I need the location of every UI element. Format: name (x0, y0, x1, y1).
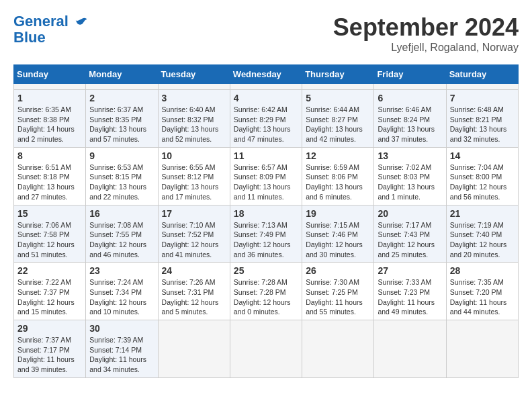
day-info: Sunrise: 6:37 AMSunset: 8:35 PMDaylight:… (89, 105, 154, 144)
calendar-dow-monday: Monday (86, 65, 158, 84)
day-number: 3 (162, 93, 226, 103)
day-info: Sunrise: 7:33 AMSunset: 7:23 PMDaylight:… (378, 277, 442, 317)
day-number: 22 (17, 265, 82, 276)
calendar-cell (158, 320, 230, 378)
calendar-cell: 20Sunrise: 7:17 AMSunset: 7:43 PMDayligh… (374, 205, 446, 263)
day-info: Sunrise: 7:24 AMSunset: 7:34 PMDaylight:… (89, 277, 154, 317)
calendar-cell: 8Sunrise: 6:51 AMSunset: 8:18 PMDaylight… (14, 147, 86, 205)
calendar-cell: 12Sunrise: 6:59 AMSunset: 8:06 PMDayligh… (302, 147, 374, 205)
calendar-cell (230, 320, 302, 378)
calendar-cell (302, 84, 374, 90)
day-number: 24 (162, 265, 226, 276)
calendar-cell: 13Sunrise: 7:02 AMSunset: 8:03 PMDayligh… (374, 147, 446, 205)
day-number: 30 (89, 323, 154, 334)
day-number: 16 (89, 208, 154, 219)
day-number: 17 (162, 208, 226, 219)
calendar-cell: 3Sunrise: 6:40 AMSunset: 8:32 PMDaylight… (158, 90, 230, 148)
day-number: 18 (234, 208, 298, 219)
day-number: 28 (450, 265, 515, 276)
day-number: 7 (450, 93, 515, 103)
day-number: 23 (89, 265, 154, 276)
day-info: Sunrise: 7:08 AMSunset: 7:55 PMDaylight:… (89, 220, 154, 260)
calendar-cell: 4Sunrise: 6:42 AMSunset: 8:29 PMDaylight… (230, 90, 302, 148)
day-number: 20 (378, 208, 442, 219)
logo-text: General (13, 13, 89, 30)
calendar-cell: 16Sunrise: 7:08 AMSunset: 7:55 PMDayligh… (86, 205, 158, 263)
day-info: Sunrise: 6:35 AMSunset: 8:38 PMDaylight:… (17, 105, 82, 144)
day-info: Sunrise: 7:13 AMSunset: 7:49 PMDaylight:… (234, 220, 298, 260)
day-info: Sunrise: 7:30 AMSunset: 7:25 PMDaylight:… (306, 277, 370, 317)
calendar-cell (14, 84, 86, 90)
calendar-cell: 11Sunrise: 6:57 AMSunset: 8:09 PMDayligh… (230, 147, 302, 205)
day-number: 12 (306, 150, 370, 161)
calendar-cell: 9Sunrise: 6:53 AMSunset: 8:15 PMDaylight… (86, 147, 158, 205)
month-title: September 2024 (333, 13, 519, 42)
calendar-cell (86, 84, 158, 90)
calendar-cell: 14Sunrise: 7:04 AMSunset: 8:00 PMDayligh… (446, 147, 518, 205)
day-info: Sunrise: 7:22 AMSunset: 7:37 PMDaylight:… (17, 277, 82, 317)
calendar-cell (158, 84, 230, 90)
calendar-cell: 26Sunrise: 7:30 AMSunset: 7:25 PMDayligh… (302, 263, 374, 320)
day-number: 21 (450, 208, 515, 219)
page-header: General Blue September 2024 Lyefjell, Ro… (13, 13, 519, 54)
day-number: 15 (17, 208, 82, 219)
day-info: Sunrise: 7:15 AMSunset: 7:46 PMDaylight:… (306, 220, 370, 260)
calendar-cell: 30Sunrise: 7:39 AMSunset: 7:14 PMDayligh… (86, 320, 158, 378)
day-number: 26 (306, 265, 370, 276)
calendar-dow-tuesday: Tuesday (158, 65, 230, 84)
calendar-cell: 28Sunrise: 7:35 AMSunset: 7:20 PMDayligh… (446, 263, 518, 320)
day-number: 29 (17, 323, 82, 334)
calendar-week-2: 1Sunrise: 6:35 AMSunset: 8:38 PMDaylight… (14, 90, 519, 148)
calendar-cell: 27Sunrise: 7:33 AMSunset: 7:23 PMDayligh… (374, 263, 446, 320)
calendar-cell: 18Sunrise: 7:13 AMSunset: 7:49 PMDayligh… (230, 205, 302, 263)
calendar-cell (446, 84, 518, 90)
calendar-cell: 25Sunrise: 7:28 AMSunset: 7:28 PMDayligh… (230, 263, 302, 320)
calendar-cell: 15Sunrise: 7:06 AMSunset: 7:58 PMDayligh… (14, 205, 86, 263)
day-number: 27 (378, 265, 442, 276)
calendar-cell (302, 320, 374, 378)
calendar-week-5: 22Sunrise: 7:22 AMSunset: 7:37 PMDayligh… (14, 263, 519, 320)
day-info: Sunrise: 7:04 AMSunset: 8:00 PMDaylight:… (450, 163, 515, 202)
day-number: 11 (234, 150, 298, 161)
calendar-cell (374, 320, 446, 378)
day-info: Sunrise: 6:51 AMSunset: 8:18 PMDaylight:… (17, 163, 82, 202)
day-number: 10 (162, 150, 226, 161)
logo-bird-icon (74, 15, 89, 30)
calendar-dow-wednesday: Wednesday (230, 65, 302, 84)
day-info: Sunrise: 6:48 AMSunset: 8:21 PMDaylight:… (450, 105, 515, 144)
calendar-header-row: SundayMondayTuesdayWednesdayThursdayFrid… (14, 65, 519, 84)
day-info: Sunrise: 6:55 AMSunset: 8:12 PMDaylight:… (162, 163, 226, 202)
calendar-dow-saturday: Saturday (446, 65, 518, 84)
day-info: Sunrise: 6:57 AMSunset: 8:09 PMDaylight:… (234, 163, 298, 202)
day-number: 5 (306, 93, 370, 103)
calendar-cell: 24Sunrise: 7:26 AMSunset: 7:31 PMDayligh… (158, 263, 230, 320)
calendar-dow-thursday: Thursday (302, 65, 374, 84)
calendar-cell (446, 320, 518, 378)
day-number: 14 (450, 150, 515, 161)
day-info: Sunrise: 7:37 AMSunset: 7:17 PMDaylight:… (17, 335, 82, 375)
calendar-cell: 2Sunrise: 6:37 AMSunset: 8:35 PMDaylight… (86, 90, 158, 148)
day-info: Sunrise: 7:10 AMSunset: 7:52 PMDaylight:… (162, 220, 226, 260)
day-number: 4 (234, 93, 298, 103)
calendar-cell: 17Sunrise: 7:10 AMSunset: 7:52 PMDayligh… (158, 205, 230, 263)
calendar-week-3: 8Sunrise: 6:51 AMSunset: 8:18 PMDaylight… (14, 147, 519, 205)
calendar-dow-sunday: Sunday (14, 65, 86, 84)
day-number: 25 (234, 265, 298, 276)
calendar-cell: 5Sunrise: 6:44 AMSunset: 8:27 PMDaylight… (302, 90, 374, 148)
day-info: Sunrise: 6:40 AMSunset: 8:32 PMDaylight:… (162, 105, 226, 144)
day-info: Sunrise: 7:35 AMSunset: 7:20 PMDaylight:… (450, 277, 515, 317)
calendar-cell: 10Sunrise: 6:55 AMSunset: 8:12 PMDayligh… (158, 147, 230, 205)
day-number: 1 (17, 93, 82, 103)
day-info: Sunrise: 7:17 AMSunset: 7:43 PMDaylight:… (378, 220, 442, 260)
calendar-cell (230, 84, 302, 90)
calendar-week-1 (14, 84, 519, 90)
day-number: 2 (89, 93, 154, 103)
day-info: Sunrise: 6:46 AMSunset: 8:24 PMDaylight:… (378, 105, 442, 144)
logo-blue-text: Blue (13, 30, 89, 46)
calendar-week-6: 29Sunrise: 7:37 AMSunset: 7:17 PMDayligh… (14, 320, 519, 378)
calendar-cell: 22Sunrise: 7:22 AMSunset: 7:37 PMDayligh… (14, 263, 86, 320)
calendar-table: SundayMondayTuesdayWednesdayThursdayFrid… (13, 64, 519, 378)
day-info: Sunrise: 6:44 AMSunset: 8:27 PMDaylight:… (306, 105, 370, 144)
day-info: Sunrise: 6:42 AMSunset: 8:29 PMDaylight:… (234, 105, 298, 144)
logo: General Blue (13, 13, 89, 46)
